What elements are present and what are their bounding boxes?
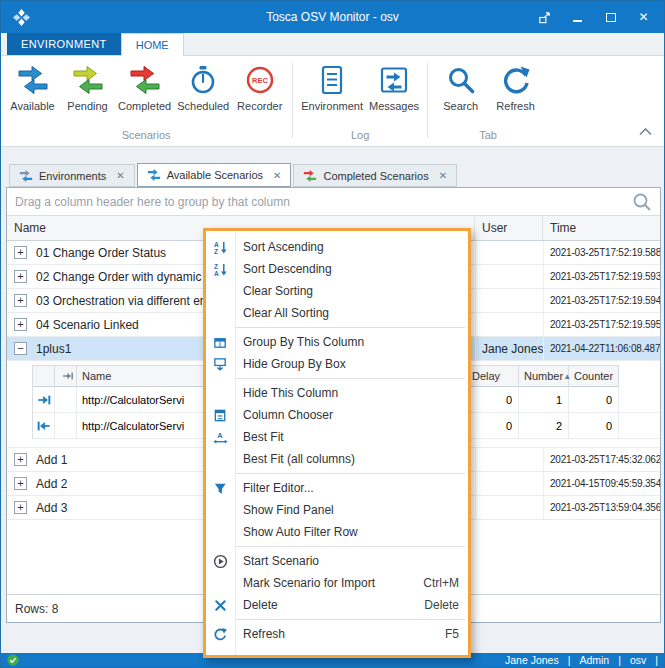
menu-item-sort-ascending[interactable]: AZ Sort Ascending	[206, 236, 468, 258]
row-time: 2021-03-25T17:52:19.588	[543, 241, 660, 264]
direction-column-icon	[62, 370, 74, 382]
svg-text:Z: Z	[214, 248, 218, 255]
doc-tab-available-scenarios[interactable]: Available Scenarios ✕	[137, 163, 292, 187]
completed-scenarios-tab-icon	[303, 169, 317, 183]
menu-item-label: Show Auto Filter Row	[243, 525, 358, 539]
tab-home[interactable]: HOME	[121, 33, 184, 56]
pending-button[interactable]: Pending	[60, 59, 115, 126]
available-button[interactable]: Available	[5, 59, 60, 126]
svg-text:A: A	[217, 431, 223, 440]
close-button[interactable]: ✕	[629, 6, 658, 28]
menu-separator	[236, 473, 465, 474]
doc-tab-environments[interactable]: Environments ✕	[9, 164, 135, 187]
close-icon: ✕	[638, 10, 648, 24]
menu-item-show-auto-filter-row[interactable]: Show Auto Filter Row	[206, 521, 468, 543]
svg-text:Z: Z	[214, 262, 218, 269]
detail-indicator-header	[33, 365, 55, 387]
button-label: Search	[443, 100, 478, 112]
menu-item-show-find-panel[interactable]: Show Find Panel	[206, 499, 468, 521]
menu-item-hide-group-by-box[interactable]: Hide Group By Box	[206, 353, 468, 375]
menu-separator	[236, 327, 465, 328]
menu-item-label: Show Find Panel	[243, 503, 334, 517]
column-chooser-icon	[206, 408, 235, 423]
environments-tab-icon	[19, 169, 33, 183]
detail-column-counter[interactable]: Counter	[569, 365, 619, 387]
expand-button[interactable]: +	[14, 453, 27, 466]
row-name: 03 Orchestration via different end	[36, 294, 213, 308]
search-button[interactable]: Search	[433, 59, 488, 126]
collapse-button[interactable]: −	[14, 342, 27, 355]
menu-item-mark-scenario-for-import[interactable]: Mark Scenario for Import Ctrl+M	[206, 572, 468, 594]
tab-environment[interactable]: ENVIRONMENT	[7, 33, 121, 55]
hide-group-box-icon	[206, 357, 235, 372]
refresh-button[interactable]: Refresh	[488, 59, 543, 126]
ribbon: Available Pending Completed	[1, 56, 664, 147]
expand-button[interactable]: +	[14, 318, 27, 331]
menu-separator	[236, 546, 465, 547]
ribbon-group-log: Environment Messages Log	[298, 59, 422, 146]
status-role: Admin	[579, 654, 609, 666]
ribbon-group-label-tab: Tab	[433, 126, 543, 146]
column-header-user[interactable]: User	[475, 216, 543, 240]
expand-button[interactable]: +	[14, 294, 27, 307]
status-separator: |	[618, 654, 621, 666]
row-user	[475, 289, 543, 312]
button-label: Completed	[118, 100, 171, 112]
menu-item-column-chooser[interactable]: Column Chooser	[206, 404, 468, 426]
expand-button[interactable]: +	[14, 501, 27, 514]
scheduled-button[interactable]: Scheduled	[174, 59, 232, 126]
menu-item-hide-this-column[interactable]: Hide This Column	[206, 382, 468, 404]
menu-item-group-by-this-column[interactable]: Group By This Column	[206, 331, 468, 353]
menu-item-clear-all-sorting[interactable]: Clear All Sorting	[206, 302, 468, 324]
menu-item-filter-editor[interactable]: Filter Editor...	[206, 477, 468, 499]
menu-item-start-scenario[interactable]: Start Scenario	[206, 550, 468, 572]
minimize-button[interactable]	[563, 6, 592, 28]
row-time: 2021-03-25T17:45:32.062	[543, 448, 660, 471]
environment-button[interactable]: Environment	[298, 59, 366, 126]
menu-item-label: Group By This Column	[243, 335, 364, 349]
menu-item-label: Sort Descending	[243, 262, 332, 276]
sort-descending-icon: ZA	[206, 262, 235, 277]
ribbon-collapse-icon[interactable]	[639, 128, 652, 136]
row-name: Add 3	[36, 501, 67, 515]
tab-close-icon[interactable]: ✕	[439, 170, 447, 181]
button-label: Pending	[67, 100, 107, 112]
tab-close-icon[interactable]: ✕	[116, 170, 124, 181]
column-header-time[interactable]: Time	[543, 216, 660, 240]
doc-tab-completed-scenarios[interactable]: Completed Scenarios ✕	[293, 164, 457, 187]
button-label: Messages	[369, 100, 419, 112]
tab-close-icon[interactable]: ✕	[273, 170, 281, 181]
expand-button[interactable]: +	[14, 477, 27, 490]
row-count: Rows: 8	[15, 602, 58, 616]
maximize-button[interactable]	[596, 6, 625, 28]
completed-button[interactable]: Completed	[115, 59, 174, 126]
messages-button[interactable]: Messages	[366, 59, 422, 126]
menu-item-best-fit[interactable]: A Best Fit	[206, 426, 468, 448]
menu-item-label: Mark Scenario for Import	[243, 576, 375, 590]
status-user: Jane Jones	[505, 654, 559, 666]
detail-column-number-label: Number	[524, 370, 563, 382]
group-by-column-icon	[206, 335, 235, 350]
bring-to-front-button[interactable]	[530, 6, 559, 28]
menu-item-clear-sorting[interactable]: Clear Sorting	[206, 280, 468, 302]
detail-column-number[interactable]: Number ▲	[519, 365, 569, 387]
button-label: Environment	[301, 100, 363, 112]
recorder-button[interactable]: REC Recorder	[232, 59, 287, 126]
grid-search-icon[interactable]	[632, 192, 652, 212]
menu-item-sort-descending[interactable]: ZA Sort Descending	[206, 258, 468, 280]
expand-button[interactable]: +	[14, 246, 27, 259]
menu-item-shortcut: Ctrl+M	[423, 576, 459, 590]
detail-column-delay[interactable]: Delay	[467, 365, 519, 387]
recorder-icon: REC	[244, 64, 276, 96]
detail-row-filler	[619, 387, 660, 412]
arrow-in-icon	[37, 393, 51, 407]
expand-button[interactable]: +	[14, 270, 27, 283]
menu-item-delete[interactable]: Delete Delete	[206, 594, 468, 616]
menu-item-refresh[interactable]: Refresh F5	[206, 623, 468, 645]
row-name: 04 Scenario Linked	[36, 318, 139, 332]
available-icon	[17, 64, 49, 96]
menu-item-best-fit-all-columns[interactable]: Best Fit (all columns)	[206, 448, 468, 470]
detail-direction-header[interactable]	[55, 365, 77, 387]
detail-direction-cell	[55, 413, 77, 438]
app-window: Tosca OSV Monitor - osv ✕ ENVIRONMENT HO…	[0, 0, 665, 668]
